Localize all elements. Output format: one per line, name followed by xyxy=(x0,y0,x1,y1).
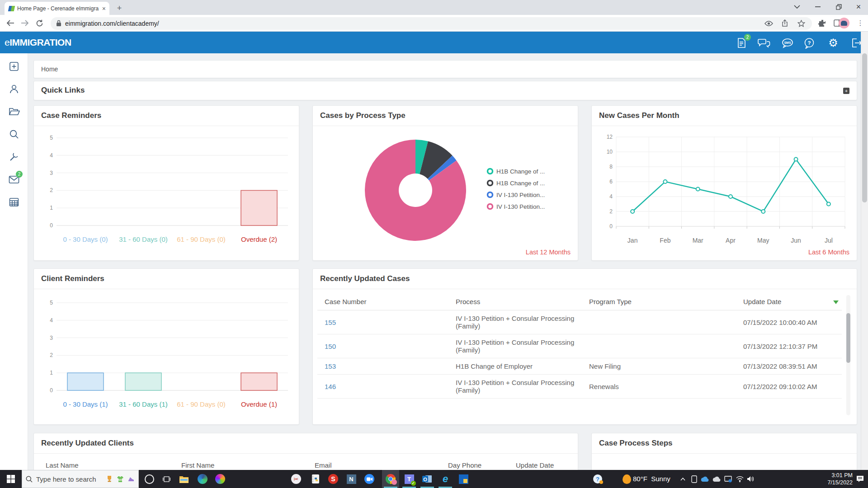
back-button[interactable] xyxy=(5,17,16,29)
data-point[interactable] xyxy=(761,210,765,213)
column-header[interactable]: Last Name xyxy=(38,457,174,470)
table-row[interactable]: 150IV I-130 Petition + Consular Processi… xyxy=(317,334,842,358)
preview-eye-icon[interactable] xyxy=(763,18,774,29)
cortana-icon[interactable] xyxy=(143,473,156,485)
onedrive-icon[interactable] xyxy=(698,473,711,485)
browser-tab[interactable]: Home Page - Cerenade eImmigra × xyxy=(5,2,109,15)
browser-menu-kebab-icon[interactable]: ⋮ xyxy=(854,17,866,29)
last-12-months-link[interactable]: Last 12 Months xyxy=(526,249,571,256)
profile-avatar[interactable] xyxy=(839,18,849,28)
legend-label[interactable]: H1B Change of ... xyxy=(496,180,545,187)
data-point[interactable] xyxy=(794,158,798,161)
window-restore-button[interactable] xyxy=(830,0,847,14)
zoom-app-icon[interactable] xyxy=(363,473,376,485)
scrollbar-thumb[interactable] xyxy=(862,53,867,202)
column-header[interactable]: Update Date xyxy=(509,457,570,470)
legend-marker[interactable] xyxy=(488,169,493,174)
table-scrollbar[interactable] xyxy=(846,295,850,415)
outlook-icon[interactable]: O xyxy=(421,473,434,485)
cloud-tray-icon[interactable] xyxy=(710,473,723,485)
category-label[interactable]: Overdue (2) xyxy=(241,235,277,243)
breadcrumb-home[interactable]: Home xyxy=(41,66,58,73)
address-bar[interactable]: eimmigration.com/clientacademy/ xyxy=(51,17,812,30)
client-reminders-chart[interactable]: 0123450 - 30 Days (1)31 - 60 Days (1)61 … xyxy=(41,296,292,418)
category-label[interactable]: Overdue (1) xyxy=(241,400,277,408)
category-label[interactable]: 31 - 60 Days (1) xyxy=(119,400,168,408)
sidebar-tools-wrench-icon[interactable] xyxy=(8,151,20,163)
action-center-icon[interactable] xyxy=(854,473,866,485)
column-header[interactable]: Update Date xyxy=(711,293,842,310)
news-document-icon[interactable]: 2 xyxy=(734,37,749,49)
display-tray-icon[interactable] xyxy=(722,473,734,485)
table-row[interactable]: 153H1B Change of EmployerNew Filing07/13… xyxy=(317,358,842,375)
settings-gear-icon[interactable]: ⚙ xyxy=(826,37,841,49)
sort-descending-icon[interactable] xyxy=(833,300,839,304)
data-point[interactable] xyxy=(729,195,732,198)
weather-text[interactable]: 80°F Sunny xyxy=(633,475,670,483)
legend-marker[interactable] xyxy=(488,192,493,197)
task-view-icon[interactable] xyxy=(160,473,173,485)
sidebar-search-icon[interactable] xyxy=(8,128,20,140)
legend-marker[interactable] xyxy=(488,204,493,209)
eimmigration-app-icon[interactable] xyxy=(457,473,470,485)
case-number-link[interactable]: 153 xyxy=(317,358,448,375)
share-icon[interactable] xyxy=(779,18,790,29)
volume-icon[interactable] xyxy=(744,473,757,485)
sidebar-mail-icon[interactable]: 2 xyxy=(8,174,20,185)
sidebar-clients-icon[interactable] xyxy=(8,83,20,95)
chrome-browser-icon[interactable] xyxy=(384,473,397,485)
page-scrollbar[interactable] xyxy=(861,32,868,470)
tab-search-chevron-icon[interactable] xyxy=(788,0,806,14)
legend-label[interactable]: IV I-130 Petition... xyxy=(496,203,545,210)
window-minimize-button[interactable] xyxy=(809,0,826,14)
bar[interactable] xyxy=(241,373,277,390)
category-label[interactable]: 0 - 30 Days (0) xyxy=(63,235,108,243)
category-label[interactable]: 61 - 90 Days (0) xyxy=(177,235,226,243)
column-header[interactable]: First Name xyxy=(174,457,307,470)
new-tab-button[interactable]: + xyxy=(114,3,125,14)
quick-links-add-icon[interactable]: + xyxy=(843,88,849,94)
table-row[interactable]: 155IV I-130 Petition + Consular Processi… xyxy=(317,310,842,334)
case-number-link[interactable]: 155 xyxy=(317,310,448,334)
case-process-steps-chart[interactable]: 16 xyxy=(599,456,850,470)
new-cases-per-month-chart[interactable]: 024681012JanFebMarAprMayJunJul xyxy=(599,131,850,249)
data-point[interactable] xyxy=(663,180,667,183)
url-text[interactable]: eimmigration.com/clientacademy/ xyxy=(65,20,758,27)
sidebar-new-item-icon[interactable] xyxy=(8,61,20,72)
data-point[interactable] xyxy=(827,202,830,206)
adobe-cc-icon[interactable] xyxy=(214,473,226,485)
column-header[interactable]: Day Phone xyxy=(441,457,509,470)
conversations-icon[interactable] xyxy=(756,37,772,49)
legend-label[interactable]: H1B Change of ... xyxy=(496,168,545,175)
edge-browser-icon[interactable] xyxy=(196,473,209,485)
teams-icon[interactable]: T ✓ xyxy=(403,473,415,485)
category-label[interactable]: 0 - 30 Days (1) xyxy=(63,400,108,408)
internet-explorer-icon[interactable]: e xyxy=(439,473,452,485)
bookmark-star-icon[interactable] xyxy=(796,18,807,29)
help-bubble-icon[interactable]: ? xyxy=(802,37,817,49)
bar[interactable] xyxy=(67,373,104,390)
column-header[interactable]: Program Type xyxy=(582,293,711,310)
window-close-button[interactable]: × xyxy=(850,0,867,14)
case-number-link[interactable]: 146 xyxy=(317,375,448,399)
file-explorer-icon[interactable] xyxy=(178,473,190,485)
start-button-icon[interactable] xyxy=(5,473,17,485)
tray-chevron-up-icon[interactable] xyxy=(676,473,689,485)
reload-button[interactable] xyxy=(33,17,45,29)
forward-button[interactable] xyxy=(19,17,31,29)
sidebar-cases-folder-icon[interactable] xyxy=(8,106,20,117)
bar[interactable] xyxy=(125,373,161,390)
data-point[interactable] xyxy=(631,210,634,213)
n-square-app-icon[interactable]: N xyxy=(345,473,358,485)
legend-label[interactable]: IV I-130 Petition... xyxy=(496,192,545,198)
last-6-months-link[interactable]: Last 6 Months xyxy=(808,249,849,256)
extensions-puzzle-icon[interactable] xyxy=(816,17,828,29)
taskbar-clock[interactable]: 3:01 PM 7/15/2022 xyxy=(816,472,853,486)
category-label[interactable]: 61 - 90 Days (0) xyxy=(177,400,226,408)
legend-marker[interactable] xyxy=(488,181,493,186)
data-point[interactable] xyxy=(696,188,700,191)
cases-by-process-type-chart[interactable]: H1B Change of ...H1B Change of ...IV I-1… xyxy=(320,128,571,246)
table-row[interactable]: 146IV I-130 Petition + Consular Processi… xyxy=(317,375,842,399)
bar[interactable] xyxy=(241,190,277,225)
column-header[interactable]: Email xyxy=(307,457,441,470)
